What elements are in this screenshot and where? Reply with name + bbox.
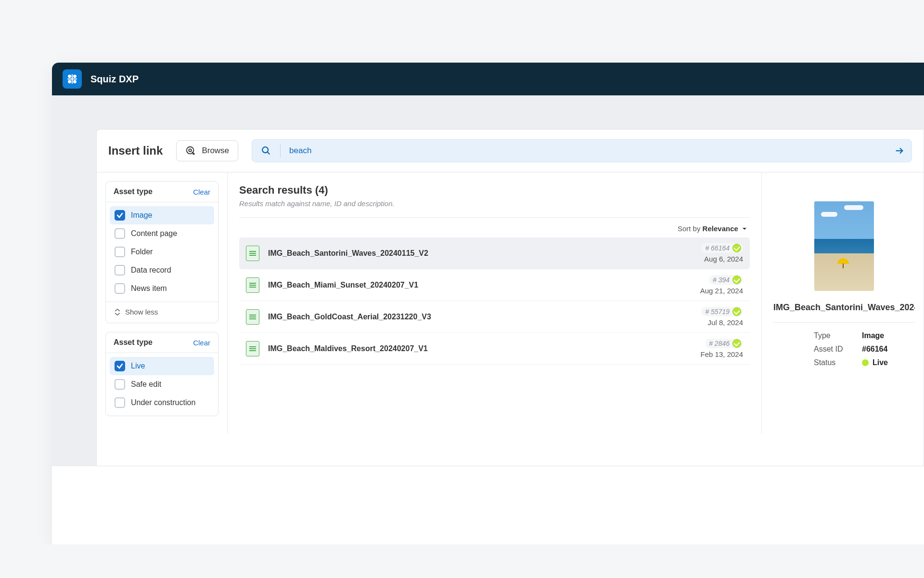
asset-preview-thumbnail: [814, 201, 874, 291]
checkbox-icon: [115, 228, 125, 239]
search-input[interactable]: [289, 146, 894, 156]
filter-clear-button[interactable]: Clear: [193, 188, 210, 196]
svg-rect-5: [72, 74, 73, 84]
filter-label: Under construction: [131, 398, 195, 407]
result-meta: # 55719 Jul 8, 2024: [701, 307, 743, 327]
filter-label: News item: [131, 284, 167, 293]
asset-file-icon: [246, 309, 259, 325]
filter-item[interactable]: Safe edit: [110, 375, 214, 394]
filter-card: Asset typeClearLiveSafe editUnder constr…: [105, 332, 218, 416]
result-id: # 66164: [701, 243, 743, 253]
browse-label: Browse: [202, 146, 229, 156]
results-list: IMG_Beach_Santorini_Waves_20240115_V2 # …: [239, 237, 750, 365]
filter-label: Data record: [131, 266, 171, 275]
collapse-icon: [115, 309, 120, 315]
svg-point-3: [73, 80, 77, 83]
result-meta: # 394 Aug 21, 2024: [700, 275, 743, 295]
squiz-logo: [63, 69, 82, 89]
filter-item[interactable]: Content page: [110, 224, 214, 243]
filter-title: Asset type: [114, 187, 153, 196]
result-date: Aug 6, 2024: [701, 255, 743, 263]
filter-item[interactable]: Image: [110, 206, 214, 224]
status-live-icon: [862, 359, 869, 366]
sort-label: Sort by: [678, 224, 703, 233]
checkbox-icon: [115, 361, 125, 371]
result-row[interactable]: IMG_Beach_GoldCoast_Aerial_20231220_V3 #…: [239, 301, 750, 333]
checkbox-icon: [115, 247, 125, 257]
detail-status-label: Status: [814, 358, 848, 367]
app-window: Squiz DXP Insert link Browse: [52, 63, 924, 544]
search-divider: [280, 144, 281, 158]
filter-header: Asset typeClear: [106, 332, 218, 353]
status-live-icon: [732, 244, 741, 252]
filter-clear-button[interactable]: Clear: [193, 339, 210, 347]
app-header: Squiz DXP: [52, 63, 924, 95]
result-name: IMG_Beach_Santorini_Waves_20240115_V2: [268, 249, 693, 258]
chevron-down-icon: [742, 224, 747, 233]
browse-button[interactable]: Browse: [176, 140, 238, 161]
dialog-body: Asset typeClearImageContent pageFolderDa…: [97, 172, 924, 434]
detail-asset-name: IMG_Beach_Santorini_Waves_20240115_: [773, 302, 915, 323]
checkbox-icon: [115, 283, 125, 294]
filter-label: Live: [131, 362, 145, 370]
arrow-right-icon: [894, 145, 905, 156]
filter-title: Asset type: [114, 338, 153, 347]
filter-label: Safe edit: [131, 380, 161, 389]
filter-item[interactable]: Folder: [110, 243, 214, 261]
dialog-title: Insert link: [108, 144, 163, 158]
status-live-icon: [732, 307, 741, 316]
insert-link-dialog: Insert link Browse Asset typeClearImageC…: [96, 129, 924, 466]
search-field[interactable]: [252, 139, 912, 162]
svg-point-0: [68, 75, 71, 78]
checkbox-icon: [115, 379, 125, 390]
result-row[interactable]: IMG_Beach_Maldives_Resort_20240207_V1 # …: [239, 333, 750, 365]
filter-label: Content page: [131, 229, 177, 238]
result-id: # 394: [709, 275, 743, 285]
asset-file-icon: [246, 246, 259, 261]
filter-item[interactable]: Under construction: [110, 394, 214, 412]
checkbox-icon: [115, 265, 125, 276]
filter-item[interactable]: Data record: [110, 261, 214, 279]
results-hint: Results match against name, ID and descr…: [239, 199, 750, 218]
sort-control[interactable]: Sort by Relevance: [239, 218, 750, 237]
filter-items: LiveSafe editUnder construction: [106, 353, 218, 416]
show-less-label: Show less: [125, 308, 158, 316]
detail-assetid-label: Asset ID: [814, 345, 848, 354]
dialog-header: Insert link Browse: [97, 130, 924, 172]
detail-type-label: Type: [814, 331, 848, 340]
search-submit-button[interactable]: [894, 145, 905, 156]
asset-file-icon: [246, 341, 259, 356]
filter-label: Folder: [131, 248, 153, 256]
result-meta: # 66164 Aug 6, 2024: [701, 243, 743, 263]
target-icon: [185, 145, 196, 156]
search-icon: [261, 145, 271, 156]
detail-meta: Type Image Asset ID #66164 Status Live: [773, 331, 915, 367]
svg-point-8: [262, 147, 268, 153]
svg-point-7: [189, 149, 192, 152]
filter-item[interactable]: News item: [110, 279, 214, 298]
svg-line-9: [268, 152, 270, 155]
results-panel: Search results (4) Results match against…: [228, 172, 762, 434]
status-live-icon: [732, 339, 741, 348]
result-id: # 2846: [705, 339, 743, 348]
result-row[interactable]: IMG_Beach_Santorini_Waves_20240115_V2 # …: [239, 237, 750, 269]
filter-items: ImageContent pageFolderData recordNews i…: [106, 202, 218, 302]
result-date: Feb 13, 2024: [701, 350, 743, 358]
asset-file-icon: [246, 277, 259, 293]
result-meta: # 2846 Feb 13, 2024: [701, 339, 743, 358]
result-name: IMG_Beach_GoldCoast_Aerial_20231220_V3: [268, 313, 693, 321]
details-panel: IMG_Beach_Santorini_Waves_20240115_ Type…: [762, 172, 924, 434]
result-row[interactable]: IMG_Beach_Miami_Sunset_20240207_V1 # 394…: [239, 269, 750, 301]
detail-type-value: Image: [862, 331, 884, 340]
svg-point-2: [68, 80, 71, 83]
app-title: Squiz DXP: [90, 74, 139, 85]
show-less-button[interactable]: Show less: [106, 302, 218, 323]
filter-item[interactable]: Live: [110, 357, 214, 375]
result-date: Jul 8, 2024: [701, 318, 743, 327]
filter-card: Asset typeClearImageContent pageFolderDa…: [105, 181, 218, 323]
results-title: Search results (4): [239, 184, 750, 197]
result-date: Aug 21, 2024: [700, 287, 743, 295]
status-live-icon: [732, 276, 741, 284]
filter-label: Image: [131, 211, 152, 220]
detail-status-value: Live: [862, 358, 888, 367]
